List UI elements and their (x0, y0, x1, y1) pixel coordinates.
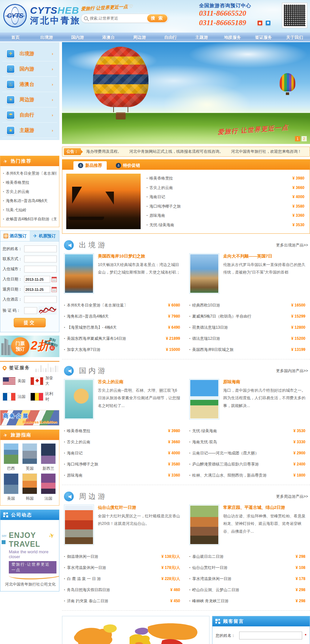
visa-item-usa[interactable]: 美国 (3, 375, 29, 386)
list-item[interactable]: 海角私语~普吉岛4晚6天 (3, 196, 56, 205)
more-nearby-link[interactable]: 更多周边游产品>> (276, 494, 308, 499)
contact-input[interactable] (24, 256, 57, 262)
banner-page-1[interactable]: 1 (295, 136, 300, 141)
list-item[interactable]: 荷奥德法意瑞13日游¥ 12800 (189, 322, 305, 333)
list-item[interactable]: 唯美香格里拉¥ 3980 (64, 425, 180, 436)
list-item[interactable]: 舌尖上的云南 (3, 187, 56, 196)
list-item[interactable]: 御温塘休闲一日游¥ 138元/人 (64, 551, 180, 562)
list-item[interactable]: 海口纯净椰子之旅¥ 3580 (147, 202, 304, 211)
list-item[interactable]: 峰林峡 青龙峡三日游¥ 298 (189, 595, 305, 606)
featured-photo[interactable] (64, 253, 94, 294)
side-menu-item-theme[interactable]: 主题游 › (2, 123, 57, 138)
guide-item-brazil[interactable]: 巴西 (2, 443, 20, 471)
nav-item-theme[interactable]: 主题游 (186, 33, 217, 41)
list-item[interactable]: 海角私语~普吉岛4晚6天¥ 7980 (64, 311, 180, 322)
guide-item-new-zealand[interactable]: 新西兰 (40, 443, 57, 471)
list-item[interactable]: 桂林、大漓江山水、阳朔西街，新品尊贵游¥ 1800 (189, 470, 305, 481)
list-item[interactable]: 【海景城堡巴厘岛】- 4晚6天¥ 6490 (64, 322, 180, 333)
tab-new-products[interactable]: ⚓ 新品推荐 (73, 161, 107, 170)
site-logo[interactable]: CYTS CYTSHEB 河北中青旅 (3, 4, 81, 27)
more-domestic-link[interactable]: 更多国内游产品>> (276, 368, 308, 374)
list-item[interactable]: 玩美.七仙岭 (3, 205, 56, 214)
weibo-icon[interactable] (257, 20, 263, 26)
list-item[interactable]: 崆山白云洞、云梦山二日游¥ 298 (189, 584, 305, 595)
list-item[interactable]: 夏威夷5晚7日（欧胡岛）半自由行¥ 15299 (189, 311, 305, 322)
featured-title[interactable]: 走向大不列颠——英国7日 (223, 253, 305, 259)
featured-title[interactable]: 常家庄园、平遥古城、绵山2日游 (223, 505, 305, 510)
tab-flight-booking[interactable]: ✈ 机票预订 (30, 231, 59, 241)
list-item[interactable]: 本州6天冬日全景游〔名古屋往返〕¥ 6080 (64, 300, 180, 311)
list-item[interactable]: 海口纯净椰子之旅¥ 3580 (64, 459, 180, 470)
list-item[interactable]: 美国东西海岸夏威夷大瀑布14日游¥ 21899 (64, 333, 180, 344)
guide-item-france[interactable]: 法国 (40, 473, 57, 501)
featured-photo[interactable] (64, 505, 94, 545)
list-item[interactable]: 经典西欧10日游¥ 16500 (189, 300, 305, 311)
hotel-name-input[interactable] (24, 296, 57, 303)
side-menu-item-outbound[interactable]: 出境游 › (2, 46, 57, 61)
list-item[interactable]: 欢畅普吉4晚6日半自助游（无购物） (3, 214, 56, 224)
list-item[interactable]: 德法意瑞12日游¥ 15200 (189, 333, 305, 344)
tab-hotel-booking[interactable]: 酒店预订 (0, 231, 30, 241)
featured-title[interactable]: 仙台山赏红叶一日游 (98, 505, 180, 510)
search-button[interactable]: 搜 索 (147, 14, 167, 22)
calendar-icon[interactable] (52, 277, 57, 282)
list-item[interactable]: 唯美香格里拉¥ 3980 (147, 174, 304, 183)
list-item[interactable]: 本州6天冬日全景游〔名古屋往返〕 (3, 169, 56, 178)
list-item[interactable]: 原味海南¥ 3360 (64, 470, 180, 481)
tab-special-offers[interactable]: ⚓ 特价促销 (111, 161, 145, 170)
ticket-discount-banner[interactable]: 门票 预订 2折 起 抢到 就是赚到! (0, 336, 59, 357)
list-item[interactable]: 享水湾温泉休闲一日游¥ 178 (189, 573, 305, 584)
list-item[interactable]: 青岛日照海滨假日四日游¥ 460 (64, 584, 180, 595)
booking-submit-button[interactable]: 提交 (14, 318, 46, 327)
guest-name-input[interactable] (239, 632, 302, 639)
company-culture-link[interactable]: 河北中国青年旅行社公司文化 (5, 582, 56, 587)
side-menu-item-independent[interactable]: 自由行 › (2, 107, 57, 123)
guide-item-korea[interactable]: 韩国 (21, 473, 38, 501)
featured-photo[interactable] (189, 253, 219, 294)
visa-item-france[interactable]: 法国 (3, 391, 29, 402)
business-exhibition-banner[interactable]: 商务会展 Business Exhibition (0, 410, 59, 426)
nav-item-about[interactable]: 关于我们 (279, 33, 310, 41)
visa-item-canada[interactable]: 加拿大 (30, 375, 57, 386)
list-item[interactable]: 加拿大东海岸7日游¥ 15000 (64, 344, 180, 355)
checkout-date-input[interactable] (24, 286, 50, 293)
visa-item-belgium[interactable]: 比利时 (30, 391, 57, 402)
nav-item-outbound[interactable]: 出境游 (31, 33, 62, 41)
list-item[interactable]: 海南无忧·双岛¥ 3330 (189, 436, 305, 448)
list-item[interactable]: 舌尖上的云南¥ 3660 (147, 183, 304, 193)
guide-item-uk[interactable]: 英国 (21, 443, 38, 471)
checkin-date-input[interactable] (24, 276, 50, 283)
side-menu-item-nearby[interactable]: 周边游 › (2, 92, 57, 107)
nav-item-home[interactable]: 首页 (0, 33, 31, 41)
banner-page-2[interactable]: 2 (302, 136, 307, 141)
list-item[interactable]: 庐山醉漫景德镇三清山双卧六日尊享游¥ 2400 (189, 459, 305, 470)
nav-item-ground-service[interactable]: 地接服务 (217, 33, 248, 41)
qzone-icon[interactable] (265, 20, 271, 26)
list-item[interactable]: 唯美香格里拉 (3, 178, 56, 187)
list-item[interactable]: 仙台山赏红叶一日游¥ 108 (189, 562, 305, 573)
nav-item-hkmotw[interactable]: 港澳台 (93, 33, 124, 41)
featured-title[interactable]: 原味海南 (223, 379, 305, 385)
list-item[interactable]: 美国西海岸8日双城之旅¥ 13199 (189, 344, 305, 355)
list-item[interactable]: 济南 趵突泉 泰山二日游¥ 450 (64, 595, 180, 606)
search-input[interactable] (88, 16, 147, 21)
scroll-handle[interactable] (2, 540, 6, 544)
featured-title[interactable]: 美国西海岸10日梦幻之旅 (98, 253, 180, 259)
guest-name-input[interactable] (24, 245, 57, 252)
promo-photo-sunset-boats[interactable] (66, 174, 141, 229)
more-outbound-link[interactable]: 更多出境游产品>> (276, 243, 308, 248)
list-item[interactable]: 舌尖上的云南¥ 3660 (64, 436, 180, 448)
booking-captcha-input[interactable] (24, 307, 37, 314)
checkin-city-input[interactable] (24, 266, 57, 273)
hero-banner[interactable]: 爱旅行 让世界更近一点 1 2 (62, 42, 310, 144)
list-item[interactable]: 无忧·绿美海南¥ 3530 (189, 425, 305, 436)
list-item[interactable]: 海南日记¥ 4000 (147, 192, 304, 202)
notice-marquee-text[interactable]: 海办理费用及流程。 河北中青旅网站正式上线，线路报名流程可在线咨询。 河北中国青… (86, 149, 310, 154)
booking-captcha-image[interactable] (39, 306, 57, 315)
list-item[interactable]: 无忧·绿美海南¥ 3530 (147, 220, 304, 230)
list-item[interactable]: 云南日记——河北一地成团（昆大丽）¥ 2900 (189, 448, 305, 459)
featured-title[interactable]: 舌尖上的云南 (98, 379, 180, 385)
featured-photo[interactable] (189, 505, 219, 545)
side-menu-item-hkmotw[interactable]: 港澳台 › (2, 77, 57, 92)
guide-item-usa[interactable]: 美国 (2, 473, 20, 501)
